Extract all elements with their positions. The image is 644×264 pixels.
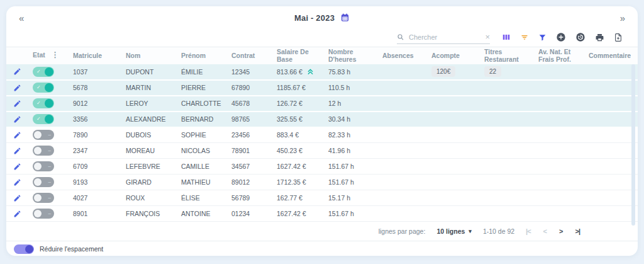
heures-cell: 151.67 h — [323, 175, 377, 190]
commentaire-cell — [584, 64, 638, 80]
collapse-left-button[interactable]: « — [19, 13, 24, 23]
acompte-badge: 120€ — [431, 66, 455, 77]
matricule-cell: 1037 — [68, 64, 121, 80]
prenom-cell: CHARLOTTE — [176, 96, 226, 112]
column-menu-icon[interactable]: ⋮ — [52, 50, 59, 59]
absences-cell — [377, 175, 426, 190]
table-row: 2347 MOREAU NICOLAS 78901 450.23 € 41.96… — [6, 143, 638, 159]
edit-row-button[interactable] — [13, 194, 21, 202]
prenom-cell: ÉLISE — [176, 190, 226, 206]
edit-row-button[interactable] — [13, 100, 21, 108]
prenom-cell: PIERRE — [176, 80, 226, 96]
edit-row-button[interactable] — [13, 67, 21, 76]
heures-cell: 110.5 h — [323, 80, 377, 96]
heures-cell: 82.33 h — [323, 127, 377, 143]
table-toolbar: × — [6, 29, 638, 47]
pagination-bar: lignes par page: 10 lignes ▾ 1-10 de 92 … — [6, 222, 638, 241]
next-page-button[interactable]: > — [559, 227, 562, 235]
payroll-table: Etat⋮ Matricule Nom Prénom Contrat Salai… — [6, 47, 638, 222]
commentaire-cell — [584, 127, 638, 143]
col-contrat: Contrat — [226, 47, 272, 64]
salary-increase-icon[interactable] — [307, 68, 314, 75]
print-button[interactable] — [595, 33, 604, 42]
nom-cell: LEROY — [121, 96, 176, 112]
contrat-cell: 23456 — [226, 127, 272, 143]
search-input[interactable] — [409, 33, 480, 41]
last-page-button[interactable]: >| — [575, 227, 580, 235]
columns-visibility-button[interactable] — [502, 33, 511, 42]
absences-cell — [377, 96, 426, 112]
absences-cell — [377, 159, 426, 175]
prenom-cell: SOPHIE — [176, 127, 226, 143]
search-icon — [397, 33, 404, 41]
avnat-cell — [533, 206, 584, 222]
salaire-cell: 325.55 € — [277, 115, 303, 123]
row-active-toggle[interactable] — [33, 177, 54, 187]
search-box: × — [397, 30, 490, 44]
payroll-panel: « Mai - 2023 » — [6, 6, 638, 256]
matricule-cell: 9012 — [68, 96, 121, 112]
vertical-scrollbar[interactable] — [631, 64, 635, 226]
absences-cell — [377, 80, 426, 96]
salaire-cell: 162.77 € — [277, 194, 303, 202]
nom-cell: MOREAU — [121, 143, 176, 159]
col-prenom: Prénom — [176, 47, 226, 64]
row-active-toggle[interactable] — [33, 114, 54, 124]
nom-cell: GIRARD — [121, 175, 176, 190]
commentaire-cell — [584, 143, 638, 159]
col-absences: Absences — [377, 47, 426, 64]
rows-per-page-label: lignes par page: — [379, 227, 426, 235]
contrat-cell: 12345 — [226, 64, 272, 80]
row-active-toggle[interactable] — [33, 98, 54, 108]
edit-row-button[interactable] — [13, 147, 21, 155]
heures-cell: 151.67 h — [323, 159, 377, 175]
export-file-button[interactable] — [614, 33, 623, 42]
add-row-button[interactable] — [556, 32, 566, 42]
rows-per-page-select[interactable]: 10 lignes ▾ — [436, 227, 471, 235]
nom-cell: DUBOIS — [121, 127, 176, 143]
table-row: 6709 LEFEBVRE CAMILLE 34567 1627.42 € 15… — [6, 159, 638, 175]
density-toggle[interactable] — [14, 244, 34, 254]
prev-page-button[interactable]: < — [543, 227, 547, 235]
row-active-toggle[interactable] — [33, 146, 54, 156]
sort-filter-button[interactable] — [520, 33, 529, 42]
row-active-toggle[interactable] — [33, 209, 54, 219]
first-page-button[interactable]: |< — [526, 227, 531, 235]
matricule-cell: 8901 — [68, 206, 121, 222]
edit-row-button[interactable] — [13, 115, 21, 123]
edit-row-button[interactable] — [13, 84, 21, 92]
funnel-filter-button[interactable] — [538, 33, 547, 42]
row-active-toggle[interactable] — [33, 83, 54, 93]
col-commentaire: Commentaire — [584, 47, 638, 64]
col-etat: Etat⋮ — [28, 47, 68, 64]
clear-search-icon[interactable]: × — [485, 33, 490, 41]
salaire-cell: 126.72 € — [277, 100, 303, 107]
avnat-cell — [533, 159, 584, 175]
table-row: 3356 ALEXANDRE BERNARD 98765 325.55 € 30… — [6, 112, 638, 127]
row-active-toggle[interactable] — [33, 67, 54, 77]
month-header: « Mai - 2023 » — [6, 6, 638, 29]
table-body: 1037 DUPONT ÉMILIE 12345 813.66 € 75.83 … — [6, 64, 638, 222]
avnat-cell — [533, 175, 584, 190]
row-active-toggle[interactable] — [33, 161, 54, 171]
edit-row-button[interactable] — [13, 163, 21, 171]
table-row: 7890 DUBOIS SOPHIE 23456 883.4 € 82.33 h — [6, 127, 638, 143]
contrat-cell: 78901 — [226, 143, 272, 159]
row-active-toggle[interactable] — [33, 130, 54, 140]
col-edit — [6, 47, 28, 64]
heures-cell: 30.34 h — [323, 112, 377, 127]
collapse-right-button[interactable]: » — [620, 13, 625, 23]
edit-row-button[interactable] — [13, 131, 21, 139]
page-range-label: 1-10 de 92 — [483, 227, 514, 235]
edit-row-button[interactable] — [13, 178, 21, 187]
salaire-cell: 883.4 € — [277, 131, 299, 139]
commentaire-cell — [584, 175, 638, 190]
edit-row-button[interactable] — [13, 210, 21, 218]
nom-cell: ALEXANDRE — [121, 112, 176, 127]
heures-cell: 41.96 h — [323, 143, 377, 159]
salaire-cell: 1185.67 € — [277, 84, 306, 91]
calendar-icon[interactable] — [340, 13, 350, 23]
history-button[interactable] — [575, 32, 586, 42]
row-active-toggle[interactable] — [33, 193, 54, 203]
matricule-cell: 4027 — [68, 190, 121, 206]
